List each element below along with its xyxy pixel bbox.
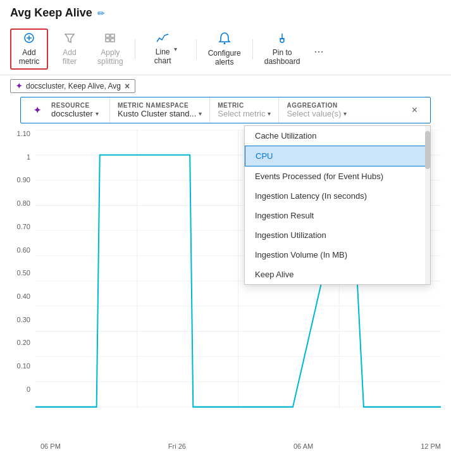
add-metric-label: Addmetric — [19, 48, 40, 66]
title-bar: Avg Keep Alive ✏ — [0, 0, 451, 23]
toolbar-separator-1 — [135, 39, 135, 60]
edit-icon[interactable]: ✏ — [97, 8, 105, 18]
svg-rect-4 — [106, 34, 109, 37]
line-chart-chevron: ▾ — [174, 46, 177, 53]
dropdown-item-ingestion-utilization[interactable]: Ingestion Utilization — [245, 225, 430, 245]
resource-selector[interactable]: RESOURCE docscluster ▾ — [46, 99, 107, 121]
aggregation-selector[interactable]: AGGREGATION Select value(s) ▾ — [281, 99, 352, 121]
aggregation-label: AGGREGATION — [287, 102, 347, 109]
apply-splitting-button[interactable]: Applysplitting — [91, 30, 130, 68]
svg-point-10 — [280, 39, 284, 42]
configure-alerts-icon — [218, 32, 231, 47]
metric-selector-col[interactable]: METRIC Select metric ▾ — [213, 99, 276, 121]
dropdown-item-ingestion-result[interactable]: Ingestion Result — [245, 206, 430, 225]
y-label-050: 0.50 — [17, 269, 30, 277]
metric-selector-close[interactable]: × — [409, 102, 420, 118]
y-label-040: 0.40 — [17, 292, 30, 300]
y-axis: 1.10 1 0.90 0.80 0.70 0.60 0.50 0.40 0.3… — [10, 130, 35, 408]
dropdown-item-ingestion-latency[interactable]: Ingestion Latency (In seconds) — [245, 186, 430, 206]
svg-rect-5 — [111, 34, 114, 37]
pin-to-dashboard-button[interactable]: Pin todashboard — [258, 30, 307, 68]
y-label-010: 0.10 — [17, 362, 30, 370]
metric-namespace-dropdown[interactable]: Kusto Cluster stand... ▾ — [118, 109, 202, 118]
metric-namespace-value: Kusto Cluster stand... — [118, 109, 196, 118]
page-title: Avg Keep Alive — [10, 6, 92, 20]
resource-label: RESOURCE — [51, 102, 102, 109]
metric-label: METRIC — [218, 102, 271, 109]
x-label-06am: 06 AM — [293, 442, 313, 450]
metric-namespace-selector[interactable]: METRIC NAMESPACE Kusto Cluster stand... … — [113, 99, 207, 121]
y-label-1: 1 — [27, 153, 30, 161]
add-filter-button[interactable]: Addfilter — [51, 30, 89, 68]
tag-bar: ✦ docscluster, Keep Alive, Avg × — [0, 75, 451, 97]
add-metric-button[interactable]: Addmetric — [10, 28, 48, 70]
dropdown-item-cache-utilization[interactable]: Cache Utilization — [245, 126, 430, 146]
x-label-06pm: 06 PM — [40, 442, 61, 450]
y-label-020: 0.20 — [17, 339, 30, 346]
metric-namespace-chevron: ▾ — [199, 110, 202, 117]
x-label-fri26: Fri 26 — [168, 442, 186, 450]
metric-dropdown-menu: Cache Utilization CPU Events Processed (… — [244, 125, 431, 285]
col-divider-2 — [209, 97, 210, 123]
line-chart-icon — [156, 33, 169, 46]
configure-alerts-label: Configurealerts — [208, 49, 241, 66]
svg-point-8 — [223, 42, 225, 44]
add-filter-label: Addfilter — [63, 48, 77, 66]
y-label-070: 0.70 — [17, 223, 30, 230]
pin-to-dashboard-label: Pin todashboard — [264, 48, 300, 66]
apply-splitting-icon — [104, 32, 116, 46]
configure-alerts-button[interactable]: Configurealerts — [202, 29, 247, 69]
apply-splitting-label: Applysplitting — [97, 48, 123, 66]
x-axis: 06 PM Fri 26 06 AM 12 PM — [10, 440, 441, 450]
y-label-090: 0.90 — [17, 176, 30, 184]
add-metric-icon — [23, 32, 35, 46]
x-label-12pm: 12 PM — [421, 442, 441, 450]
metric-selector-row: ✦ RESOURCE docscluster ▾ METRIC NAMESPAC… — [20, 97, 431, 123]
toolbar-separator-2 — [196, 39, 197, 60]
aggregation-dropdown[interactable]: Select value(s) ▾ — [287, 109, 347, 118]
resource-value: docscluster — [51, 109, 93, 118]
dropdown-item-events-processed[interactable]: Events Processed (for Event Hubs) — [245, 166, 430, 186]
metric-tag: ✦ docscluster, Keep Alive, Avg × — [10, 79, 135, 93]
line-chart-button[interactable]: Linechart ▾ — [140, 30, 191, 68]
y-label-080: 0.80 — [17, 199, 30, 207]
dropdown-item-ingestion-volume[interactable]: Ingestion Volume (In MB) — [245, 245, 430, 265]
metric-chevron: ▾ — [268, 110, 271, 117]
toolbar-separator-3 — [252, 39, 253, 60]
resource-chevron: ▾ — [96, 110, 99, 117]
col-divider-3 — [278, 97, 279, 123]
metric-selector-icon: ✦ — [31, 100, 44, 120]
y-label-0: 0 — [27, 385, 30, 393]
dropdown-scrollbar[interactable] — [425, 126, 430, 284]
dropdown-scrollbar-thumb — [425, 131, 430, 169]
resource-dropdown[interactable]: docscluster ▾ — [51, 109, 102, 118]
svg-rect-6 — [106, 39, 109, 42]
col-divider-1 — [109, 97, 110, 123]
line-chart-label: Linechart — [154, 47, 171, 65]
metric-dropdown[interactable]: Select metric ▾ — [218, 109, 271, 118]
aggregation-chevron: ▾ — [343, 110, 347, 117]
y-label-060: 0.60 — [17, 246, 30, 254]
svg-marker-3 — [65, 34, 74, 42]
tag-icon: ✦ — [16, 82, 22, 91]
dropdown-item-cpu[interactable]: CPU — [245, 146, 430, 166]
toolbar: Addmetric Addfilter Applysplitting Linec… — [0, 23, 451, 75]
y-label-110: 1.10 — [17, 130, 30, 137]
metric-value: Select metric — [218, 109, 265, 118]
svg-rect-7 — [111, 39, 114, 42]
tag-close-button[interactable]: × — [125, 82, 130, 91]
pin-icon — [276, 32, 288, 46]
tag-text: docscluster, Keep Alive, Avg — [26, 82, 121, 91]
more-options-button[interactable]: ... — [309, 40, 328, 58]
aggregation-value: Select value(s) — [287, 109, 341, 118]
dropdown-item-keep-alive[interactable]: Keep Alive — [245, 265, 430, 284]
metric-namespace-label: METRIC NAMESPACE — [118, 102, 202, 109]
y-label-030: 0.30 — [17, 316, 30, 323]
add-filter-icon — [64, 32, 75, 46]
